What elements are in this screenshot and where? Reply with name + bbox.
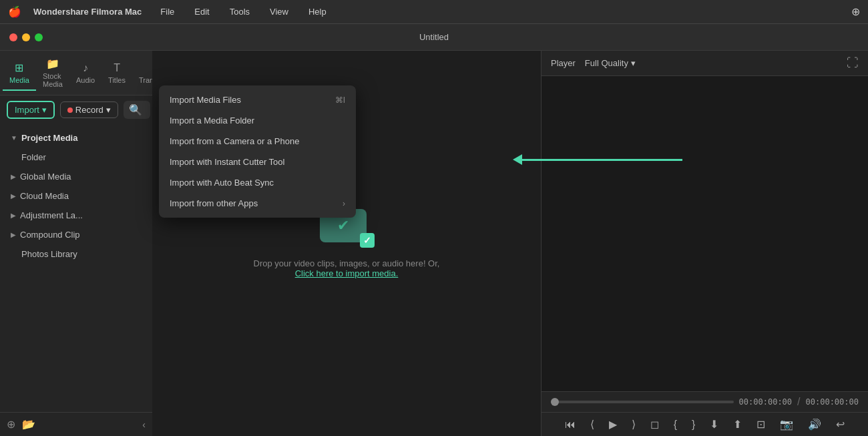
time-separator: /	[797, 396, 800, 408]
import-media-files-item[interactable]: Import Media Files ⌘I	[159, 89, 356, 110]
chevron-right-icon2: ▶	[11, 192, 16, 200]
camera-button[interactable]: 📷	[777, 417, 796, 432]
time-current: 00:00:00:00	[739, 397, 792, 407]
player-timeline: 00:00:00:00 / 00:00:00:00	[541, 391, 868, 412]
tab-media[interactable]: ⊞ Media	[3, 59, 36, 91]
tab-media-label: Media	[9, 76, 29, 84]
chevron-right-icon: ▶	[11, 173, 16, 180]
sidebar-item-adjustment[interactable]: ▶ Adjustment La...	[0, 206, 152, 225]
audio-icon: ♪	[83, 62, 88, 74]
fullscreen-icon[interactable]: ⛶	[847, 56, 859, 70]
frame-back-button[interactable]: ⟨	[588, 417, 597, 432]
minimize-button[interactable]	[22, 33, 30, 41]
sidebar-item-cloud-media-label: Cloud Media	[20, 191, 69, 201]
drop-text: Drop your video clips, images, or audio …	[254, 258, 440, 268]
timeline-track[interactable]	[551, 401, 734, 403]
tab-audio-label: Audio	[76, 76, 95, 84]
chevron-right-icon4: ▶	[11, 231, 16, 238]
sidebar-item-project-media-label: Project Media	[21, 133, 78, 143]
window-title: Untitled	[419, 32, 449, 42]
menu-right-icon: ⊕	[851, 5, 860, 18]
folder-icon[interactable]: 📂	[22, 418, 35, 431]
traffic-lights	[9, 33, 43, 41]
chevron-right-icon3: ▶	[11, 212, 16, 219]
tab-stock-media[interactable]: 📁 Stock Media	[36, 55, 69, 95]
skip-back-button[interactable]: ⏮	[562, 417, 578, 432]
mark-in-button[interactable]: {	[671, 417, 680, 432]
add-folder-icon[interactable]: ⊕	[7, 418, 15, 431]
import-media-folder-label: Import a Media Folder	[170, 116, 254, 126]
sidebar-item-adjustment-label: Adjustment La...	[20, 210, 83, 220]
plus-icon: ✓	[363, 235, 371, 246]
sidebar-item-photos-library[interactable]: Photos Library	[0, 244, 152, 264]
sidebar-item-folder-label: Folder	[21, 152, 46, 162]
import-plus-badge: ✓	[360, 233, 375, 248]
display-mode-button[interactable]: ⊡	[754, 417, 768, 432]
media-icon: ⊞	[15, 61, 23, 74]
import-label: Import	[15, 105, 39, 115]
mark-out-button[interactable]: }	[689, 417, 698, 432]
tab-audio[interactable]: ♪ Audio	[69, 59, 101, 91]
search-icon: 🔍	[129, 103, 142, 116]
import-apps-item[interactable]: Import from other Apps ›	[159, 193, 356, 214]
chevron-down-icon: ▼	[11, 134, 17, 142]
left-panel: ⊞ Media 📁 Stock Media ♪ Audio T Titles ↔…	[0, 51, 152, 436]
menu-edit[interactable]: Edit	[190, 5, 213, 18]
import-link[interactable]: Click here to import media.	[295, 268, 399, 278]
record-button[interactable]: Record ▾	[60, 101, 118, 118]
insert-button[interactable]: ⬇	[707, 417, 721, 432]
player-controls: ⏮ ⟨ ▶ ⟩ ◻ { } ⬇ ⬆ ⊡ 📷 🔊 ↩	[541, 412, 868, 436]
sidebar-item-compound-clip[interactable]: ▶ Compound Clip	[0, 225, 152, 244]
checkmark-icon: ✔	[337, 217, 349, 234]
timeline-thumb[interactable]	[551, 398, 559, 406]
import-camera-label: Import from a Camera or a Phone	[170, 136, 299, 146]
tab-titles[interactable]: T Titles	[101, 59, 132, 91]
play-button[interactable]: ▶	[606, 417, 620, 432]
apple-icon: 🍎	[8, 5, 21, 18]
record-chevron-icon: ▾	[106, 105, 111, 115]
menu-bar: 🍎 Wondershare Filmora Mac File Edit Tool…	[0, 0, 868, 24]
collapse-sidebar-icon[interactable]: ‹	[142, 419, 146, 430]
menu-view[interactable]: View	[266, 5, 292, 18]
import-beat-label: Import with Auto Beat Sync	[170, 178, 274, 188]
menu-file[interactable]: File	[156, 5, 178, 18]
sidebar-item-folder[interactable]: Folder	[0, 148, 152, 167]
import-apps-label: Import from other Apps	[170, 198, 258, 208]
import-camera-item[interactable]: Import from a Camera or a Phone	[159, 131, 356, 152]
import-media-folder-item[interactable]: Import a Media Folder	[159, 110, 356, 131]
player-label: Player	[551, 58, 576, 68]
right-panel: Player Full Quality ▾ ⛶ 00:00:00:00 / 00…	[541, 51, 868, 436]
sidebar-item-global-media[interactable]: ▶ Global Media	[0, 167, 152, 186]
import-cutter-item[interactable]: Import with Instant Cutter Tool	[159, 152, 356, 172]
frame-forward-button[interactable]: ⟩	[629, 417, 638, 432]
sidebar: ▼ Project Media Folder ▶ Global Media ▶ …	[0, 124, 152, 412]
maximize-button[interactable]	[35, 33, 43, 41]
import-button[interactable]: Import ▾	[7, 101, 55, 119]
quality-label: Full Quality	[585, 58, 628, 68]
sidebar-item-global-media-label: Global Media	[20, 172, 71, 182]
player-header: Player Full Quality ▾ ⛶	[541, 51, 868, 76]
search-box: 🔍	[124, 101, 150, 119]
import-dropdown-menu: Import Media Files ⌘I Import a Media Fol…	[159, 85, 356, 218]
sidebar-item-cloud-media[interactable]: ▶ Cloud Media	[0, 186, 152, 206]
quality-chevron-icon: ▾	[631, 58, 636, 68]
stop-button[interactable]: ◻	[648, 417, 662, 432]
menu-tools[interactable]: Tools	[226, 5, 254, 18]
import-chevron-icon: ▾	[42, 105, 47, 115]
import-beat-item[interactable]: Import with Auto Beat Sync	[159, 172, 356, 193]
record-label: Record	[75, 105, 103, 115]
menu-help[interactable]: Help	[304, 5, 331, 18]
submenu-arrow-icon: ›	[343, 199, 345, 208]
sidebar-bottom: ⊕ 📂 ‹	[0, 412, 152, 436]
import-cutter-label: Import with Instant Cutter Tool	[170, 157, 284, 167]
sidebar-item-photos-library-label: Photos Library	[21, 249, 77, 259]
volume-button[interactable]: 🔊	[805, 417, 824, 432]
close-button[interactable]	[9, 33, 17, 41]
sidebar-item-project-media[interactable]: ▼ Project Media	[0, 128, 152, 148]
overwrite-button[interactable]: ⬆	[730, 417, 744, 432]
toolbar: Import ▾ Record ▾ 🔍 ⚙ ···	[0, 95, 152, 124]
quality-select[interactable]: Full Quality ▾	[585, 58, 636, 68]
time-total: 00:00:00:00	[806, 397, 859, 407]
rotate-button[interactable]: ↩	[833, 417, 847, 432]
main-body: ⊞ Media 📁 Stock Media ♪ Audio T Titles ↔…	[0, 51, 868, 436]
